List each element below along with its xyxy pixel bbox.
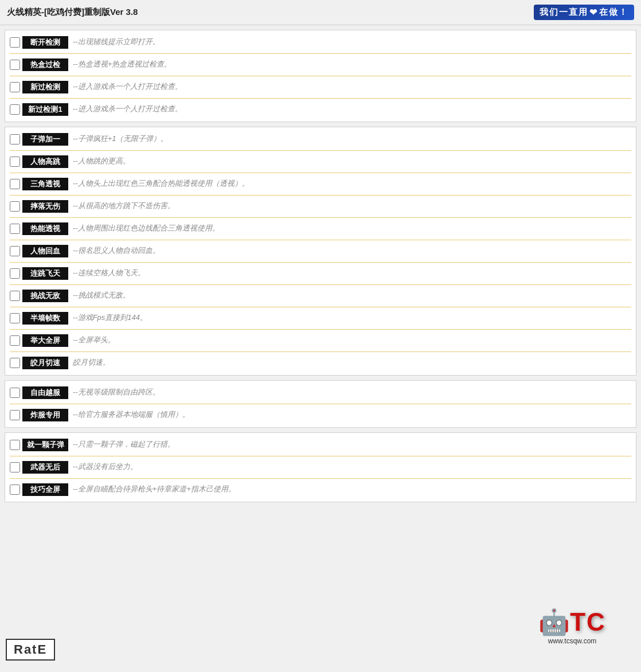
- feature-desc: --热盒透视+热盒透视过检查。: [73, 58, 171, 70]
- feature-label: 就一颗子弹: [22, 439, 68, 451]
- feature-desc: --子弹疯狂+1（无限子弹）。: [73, 133, 168, 144]
- feature-checkbox-7[interactable]: [10, 291, 20, 301]
- section-divider: [10, 195, 631, 196]
- feature-row: 人物回血--很名思义人物自动回血。: [10, 243, 631, 260]
- feature-checkbox-5[interactable]: [10, 246, 20, 256]
- feature-row: 三角透视--人物头上出现红色三角配合热能透视使用（透视）。: [10, 175, 631, 193]
- section-divider: [10, 351, 631, 352]
- feature-checkbox-9[interactable]: [10, 335, 20, 346]
- feature-label: 新过检测: [22, 81, 68, 93]
- feature-label: 武器无后: [22, 461, 68, 474]
- feature-desc: --游戏Fps直接到144。: [73, 312, 147, 323]
- feature-row: 挑战无敌--挑战模式无敌。: [10, 287, 631, 304]
- watermark-robot: 🤖: [538, 607, 570, 637]
- feature-label: 子弹加一: [22, 133, 68, 146]
- feature-desc: --全屏举头。: [73, 334, 115, 346]
- feature-row: 半墙帧数--游戏Fps直接到144。: [10, 310, 631, 327]
- section-weapon: 就一颗子弹--只需一颗子弹，磁起了行猎。武器无后--武器没有后坐力。技巧全屏--…: [5, 432, 636, 502]
- section-divider: [10, 404, 631, 404]
- feature-row: 子弹加一--子弹疯狂+1（无限子弹）。: [10, 131, 631, 148]
- feature-checkbox-10[interactable]: [10, 358, 20, 368]
- brand-badge: 我们一直用 ❤ 在做！: [534, 5, 634, 20]
- feature-checkbox-3[interactable]: [10, 104, 20, 115]
- feature-row: 摔落无伤--从很高的地方跳下不造伤害。: [10, 198, 631, 215]
- feature-desc: --武器没有后坐力。: [73, 461, 138, 472]
- feature-desc: --很名思义人物自动回血。: [73, 245, 160, 256]
- feature-row: 热盒过检--热盒透视+热盒透视过检查。: [10, 56, 631, 73]
- brand-heart: ❤: [589, 7, 598, 18]
- section-features: 子弹加一--子弹疯狂+1（无限子弹）。人物高跳--人物跳的更高。三角透视--人物…: [5, 127, 636, 376]
- watermark: 🤖 TC www.tcsqw.com: [515, 597, 630, 655]
- feature-checkbox-1[interactable]: [10, 60, 20, 70]
- section-divider: [10, 262, 631, 263]
- feature-label: 摔落无伤: [22, 200, 68, 213]
- feature-desc: --进入游戏杀一个人打开过检查。: [73, 81, 182, 92]
- feature-label: 炸服专用: [22, 409, 68, 421]
- feature-desc: --进入游戏杀一个人打开过检查。: [73, 103, 182, 115]
- feature-row: 连跳飞天--连续空格人物飞天。: [10, 265, 631, 282]
- feature-label: 连跳飞天: [22, 267, 68, 280]
- brand-text1: 我们一直用: [540, 7, 588, 18]
- feature-checkbox-0[interactable]: [10, 37, 20, 48]
- feature-checkbox-0[interactable]: [10, 388, 20, 398]
- section-divider: [10, 240, 631, 240]
- feature-desc: --人物头上出现红色三角配合热能透视使用（透视）。: [73, 178, 249, 189]
- feature-checkbox-2[interactable]: [10, 485, 20, 495]
- feature-label: 断开检测: [22, 36, 68, 49]
- feature-row: 热能透视--人物周围出现红色边线配合三角透视使用。: [10, 220, 631, 237]
- feature-row: 皎月切速皎月切速。: [10, 354, 631, 372]
- feature-row: 断开检测--出现辅线提示立即打开。: [10, 34, 631, 51]
- feature-desc: --人物跳的更高。: [73, 155, 130, 167]
- feature-label: 技巧全屏: [22, 483, 68, 496]
- feature-checkbox-2[interactable]: [10, 179, 20, 189]
- app-title: 火线精英-[吃鸡付费]重制版Ver 3.8: [7, 7, 138, 18]
- rate-badge: RatE: [6, 639, 55, 661]
- feature-row: 自由越服--无视等级限制自由跨区。: [10, 384, 631, 401]
- feature-row: 人物高跳--人物跳的更高。: [10, 153, 631, 170]
- feature-row: 新过检测1--进入游戏杀一个人打开过检查。: [10, 101, 631, 118]
- feature-checkbox-8[interactable]: [10, 313, 20, 323]
- feature-desc: --无视等级限制自由跨区。: [73, 386, 160, 398]
- feature-checkbox-1[interactable]: [10, 462, 20, 472]
- feature-label: 自由越服: [22, 386, 68, 399]
- feature-checkbox-0[interactable]: [10, 134, 20, 144]
- feature-row: 武器无后--武器没有后坐力。: [10, 459, 631, 476]
- section-divider: [10, 456, 631, 456]
- feature-label: 举大全屏: [22, 334, 68, 347]
- feature-desc: --出现辅线提示立即打开。: [73, 36, 160, 48]
- feature-row: 就一颗子弹--只需一颗子弹，磁起了行猎。: [10, 436, 631, 454]
- feature-desc: --只需一颗子弹，磁起了行猎。: [73, 439, 175, 450]
- section-divider: [10, 98, 631, 99]
- title-bar: 火线精英-[吃鸡付费]重制版Ver 3.8 我们一直用 ❤ 在做！: [0, 0, 641, 25]
- section-divider: [10, 329, 631, 330]
- feature-checkbox-1[interactable]: [10, 157, 20, 167]
- feature-desc: --人物周围出现红色边线配合三角透视使用。: [73, 222, 220, 234]
- feature-label: 人物回血: [22, 245, 68, 257]
- feature-row: 举大全屏--全屏举头。: [10, 332, 631, 349]
- section-detection: 断开检测--出现辅线提示立即打开。热盒过检--热盒透视+热盒透视过检查。新过检测…: [5, 30, 636, 122]
- section-divider: [10, 150, 631, 151]
- feature-desc: --给官方服务器本地端服（慎用）。: [73, 409, 190, 420]
- feature-label: 皎月切速: [22, 357, 68, 369]
- feature-desc: --全屏自瞄配合待异枪头+待章家道+指木己使用。: [73, 483, 236, 495]
- section-divider: [10, 76, 631, 76]
- section-server: 自由越服--无视等级限制自由跨区。炸服专用--给官方服务器本地端服（慎用）。: [5, 380, 636, 428]
- section-divider: [10, 53, 631, 54]
- feature-label: 人物高跳: [22, 155, 68, 168]
- feature-checkbox-3[interactable]: [10, 201, 20, 212]
- feature-desc: --挑战模式无敌。: [73, 290, 130, 301]
- section-divider: [10, 173, 631, 173]
- feature-row: 技巧全屏--全屏自瞄配合待异枪头+待章家道+指木己使用。: [10, 481, 631, 498]
- feature-label: 挑战无敌: [22, 290, 68, 302]
- feature-checkbox-1[interactable]: [10, 410, 20, 420]
- section-divider: [10, 478, 631, 479]
- section-divider: [10, 217, 631, 218]
- brand-text2: 在做！: [599, 7, 628, 18]
- feature-checkbox-2[interactable]: [10, 82, 20, 92]
- feature-checkbox-0[interactable]: [10, 440, 20, 450]
- feature-checkbox-6[interactable]: [10, 268, 20, 279]
- feature-label: 热盒过检: [22, 58, 68, 71]
- feature-row: 新过检测--进入游戏杀一个人打开过检查。: [10, 79, 631, 96]
- feature-checkbox-4[interactable]: [10, 224, 20, 234]
- feature-label: 热能透视: [22, 222, 68, 235]
